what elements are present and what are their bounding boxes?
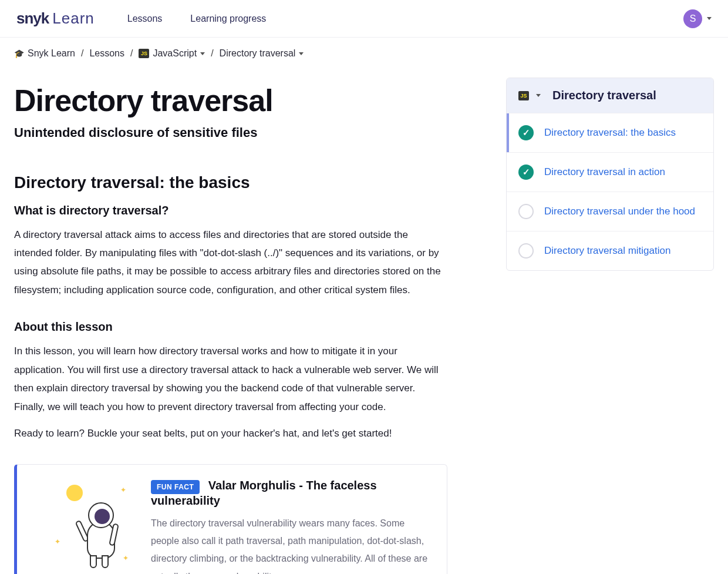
subheading-about-lesson: About this lesson xyxy=(14,320,447,334)
outline-header[interactable]: JS Directory traversal xyxy=(507,78,713,113)
body-what-is: A directory traversal attack aims to acc… xyxy=(14,226,447,300)
breadcrumb-home-label: Snyk Learn xyxy=(28,48,75,59)
logo[interactable]: snyk Learn xyxy=(16,9,95,28)
js-icon: JS xyxy=(139,49,149,58)
breadcrumb-separator: / xyxy=(81,48,83,59)
lightbulb-icon xyxy=(66,485,83,501)
outline-item-label: Directory traversal: the basics xyxy=(544,127,676,139)
page-title: Directory traversal xyxy=(14,85,447,117)
chevron-down-icon xyxy=(200,52,205,55)
breadcrumb-home[interactable]: 🎓 Snyk Learn xyxy=(14,48,75,59)
outline-item-under-hood[interactable]: Directory traversal under the hood xyxy=(507,192,713,231)
outline-item-label: Directory traversal under the hood xyxy=(544,206,695,217)
astronaut-illustration: ✦ ✦ ✦ xyxy=(31,479,137,567)
fun-fact-badge: FUN FACT xyxy=(151,480,200,494)
outline-item-label: Directory traversal in action xyxy=(544,166,665,178)
breadcrumb-ecosystem[interactable]: JS JavaScript xyxy=(139,48,205,59)
top-navigation: snyk Learn Lessons Learning progress S xyxy=(0,0,728,38)
breadcrumb: 🎓 Snyk Learn / Lessons / JS JavaScript /… xyxy=(0,38,728,63)
breadcrumb-current-label: Directory traversal xyxy=(220,48,296,59)
breadcrumb-ecosystem-label: JavaScript xyxy=(153,48,197,59)
avatar: S xyxy=(683,9,702,28)
star-icon: ✦ xyxy=(120,486,126,494)
section-heading-basics: Directory traversal: the basics xyxy=(14,173,447,192)
js-icon: JS xyxy=(518,91,529,100)
primary-nav: Lessons Learning progress xyxy=(127,14,267,24)
user-menu[interactable]: S xyxy=(683,9,712,28)
nav-learning-progress[interactable]: Learning progress xyxy=(190,14,266,24)
body-about-1: In this lesson, you will learn how direc… xyxy=(14,342,447,416)
check-incomplete-icon xyxy=(518,243,534,259)
outline-title: Directory traversal xyxy=(552,89,656,102)
breadcrumb-separator: / xyxy=(130,48,133,59)
astronaut-icon xyxy=(82,502,120,561)
outline-item-mitigation[interactable]: Directory traversal mitigation xyxy=(507,231,713,270)
logo-primary: snyk xyxy=(16,9,49,28)
breadcrumb-current[interactable]: Directory traversal xyxy=(220,48,304,59)
breadcrumb-lessons[interactable]: Lessons xyxy=(89,48,124,59)
star-icon: ✦ xyxy=(55,538,60,546)
outline-list: Directory traversal: the basics Director… xyxy=(507,113,713,270)
breadcrumb-lessons-label: Lessons xyxy=(89,48,124,59)
graduation-cap-icon: 🎓 xyxy=(14,49,24,58)
star-icon: ✦ xyxy=(123,554,129,562)
fun-fact-body: The directory traversal vulnerability we… xyxy=(151,515,433,574)
outline-item-in-action[interactable]: Directory traversal in action xyxy=(507,152,713,192)
lesson-outline-sidebar: JS Directory traversal Directory travers… xyxy=(506,78,714,271)
check-complete-icon xyxy=(518,125,534,140)
logo-secondary: Learn xyxy=(52,9,95,28)
lesson-content: Directory traversal Unintended disclosur… xyxy=(14,78,447,574)
page-subtitle: Unintended disclosure of sensitive files xyxy=(14,125,447,140)
outline-panel: JS Directory traversal Directory travers… xyxy=(506,78,714,271)
chevron-down-icon xyxy=(707,17,712,20)
nav-lessons[interactable]: Lessons xyxy=(127,14,163,24)
body-about-2: Ready to learn? Buckle your seat belts, … xyxy=(14,424,447,442)
fun-fact-card: ✦ ✦ ✦ FUN FACT Valar Morghulis - The fac… xyxy=(14,464,447,574)
breadcrumb-separator: / xyxy=(211,48,213,59)
chevron-down-icon xyxy=(536,94,541,97)
chevron-down-icon xyxy=(299,52,304,55)
check-complete-icon xyxy=(518,165,534,180)
check-incomplete-icon xyxy=(518,204,534,219)
subheading-what-is: What is directory traversal? xyxy=(14,204,447,217)
outline-item-basics[interactable]: Directory traversal: the basics xyxy=(507,113,713,152)
outline-item-label: Directory traversal mitigation xyxy=(544,245,670,257)
